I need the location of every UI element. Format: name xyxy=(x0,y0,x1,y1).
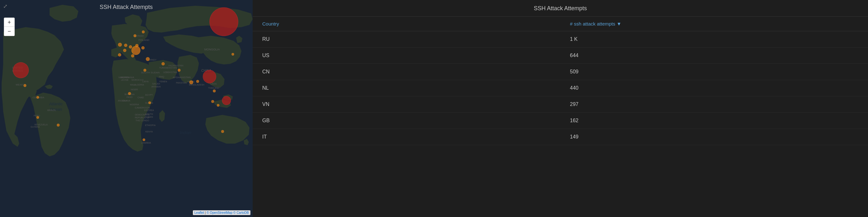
marker-china xyxy=(203,70,216,83)
map-title: SSH Attack Attempts xyxy=(99,4,153,10)
expand-icon[interactable]: ⤢ xyxy=(3,3,7,9)
cell-country: RU xyxy=(253,31,560,47)
marker-laos xyxy=(213,90,216,93)
svg-text:VENEZUELA: VENEZUELA xyxy=(34,123,48,126)
cell-attacks: 162 xyxy=(560,113,868,129)
table-row: NL440 xyxy=(253,80,868,96)
svg-text:KENYA: KENYA xyxy=(145,131,153,133)
cell-attacks: 149 xyxy=(560,129,868,145)
map-background: Atlantic Ocean Indian UNITED STATES MEXI… xyxy=(0,0,252,217)
marker-nigeria xyxy=(128,92,131,95)
svg-text:ERITREA: ERITREA xyxy=(144,109,154,111)
svg-text:YEMEN: YEMEN xyxy=(159,80,167,83)
marker-uk xyxy=(118,43,122,46)
cell-attacks: 297 xyxy=(560,96,868,113)
table-row: VN297 xyxy=(253,96,868,113)
table-title: SSH Attack Attempts xyxy=(253,0,868,16)
cell-attacks: 1 K xyxy=(560,31,868,47)
marker-ukraine xyxy=(142,46,145,49)
marker-india xyxy=(189,80,193,84)
svg-text:SUDAN: SUDAN xyxy=(145,116,153,118)
table-row: US644 xyxy=(253,47,868,64)
cell-attacks: 644 xyxy=(560,47,868,64)
marker-bangladesh xyxy=(196,80,199,83)
svg-text:ZAMBIA: ZAMBIA xyxy=(142,141,151,144)
marker-turkey xyxy=(146,57,150,61)
marker-mexico xyxy=(24,84,27,87)
svg-text:GUYANA: GUYANA xyxy=(30,126,40,128)
svg-text:Atlantic: Atlantic xyxy=(49,102,63,106)
marker-italy xyxy=(131,54,134,58)
marker-germany xyxy=(129,45,132,48)
marker-europe-center xyxy=(131,46,141,55)
table-row: CN509 xyxy=(253,64,868,80)
marker-vietnam xyxy=(222,96,231,105)
svg-text:SOUTH: SOUTH xyxy=(145,113,153,115)
zoom-in-button[interactable]: + xyxy=(4,18,14,27)
cell-attacks: 440 xyxy=(560,80,868,96)
marker-brazil xyxy=(57,124,60,127)
cell-country: NL xyxy=(253,80,560,96)
osm-link[interactable]: © OpenStreetMap xyxy=(207,211,232,214)
marker-netherlands xyxy=(124,44,127,47)
svg-text:ANGOLA: ANGOLA xyxy=(118,100,127,102)
marker-sweden xyxy=(134,34,136,37)
table-header-row: Country # ssh attack attempts ▼ xyxy=(253,16,868,31)
svg-text:THE CONGO: THE CONGO xyxy=(135,119,149,121)
column-header-attacks[interactable]: # ssh attack attempts ▼ xyxy=(560,16,868,31)
cell-country: CN xyxy=(253,64,560,80)
svg-text:THAILAND: THAILAND xyxy=(208,87,219,89)
marker-iran xyxy=(161,62,165,65)
map-panel: ⤢ SSH Attack Attempts + − xyxy=(0,0,253,217)
svg-text:ETHIOPIA: ETHIOPIA xyxy=(145,124,156,126)
marker-russia-large xyxy=(210,7,238,36)
svg-text:LEONE: LEONE xyxy=(121,79,129,81)
table-row: RU1 K xyxy=(253,31,868,47)
svg-text:MOROCCO: MOROCCO xyxy=(131,79,144,81)
zoom-out-button[interactable]: − xyxy=(4,27,14,36)
attribution: Leaflet | © OpenStreetMap © CartoDB xyxy=(193,210,250,215)
column-header-country[interactable]: Country xyxy=(253,16,560,31)
marker-egypt xyxy=(144,69,147,72)
leaflet-link[interactable]: Leaflet xyxy=(194,211,204,214)
cell-country: IT xyxy=(253,129,560,145)
cell-country: GB xyxy=(253,113,560,129)
svg-text:SIERRA: SIERRA xyxy=(121,76,129,78)
marker-south-africa xyxy=(143,139,145,141)
svg-text:SAUDI: SAUDI xyxy=(152,82,160,85)
table-row: GB162 xyxy=(253,113,868,129)
marker-australia xyxy=(221,130,224,133)
marker-france xyxy=(123,49,126,52)
svg-text:CAMEROON: CAMEROON xyxy=(135,106,150,109)
svg-text:ARABIA: ARABIA xyxy=(151,85,161,88)
zoom-controls: + − xyxy=(4,17,15,36)
svg-text:AFGHANISTAN: AFGHANISTAN xyxy=(173,76,191,79)
table-row: IT149 xyxy=(253,129,868,145)
svg-text:KAZAKHSTAN: KAZAKHSTAN xyxy=(168,65,183,67)
svg-text:FASO: FASO xyxy=(127,96,133,98)
svg-text:SOUTH SUDAN: SOUTH SUDAN xyxy=(141,71,160,74)
svg-text:IRAQ: IRAQ xyxy=(159,76,164,78)
marker-finland xyxy=(142,31,145,34)
marker-malaysia xyxy=(211,100,214,103)
marker-peru xyxy=(36,116,39,119)
cell-country: US xyxy=(253,47,560,64)
marker-poland xyxy=(135,44,138,47)
marker-colombia xyxy=(36,96,39,99)
svg-text:EGYPT: EGYPT xyxy=(145,94,153,96)
carto-link[interactable]: © CartoDB xyxy=(234,211,249,214)
cell-attacks: 509 xyxy=(560,64,868,80)
marker-kenya xyxy=(148,102,151,104)
cell-country: VN xyxy=(253,96,560,113)
svg-text:FINLAND: FINLAND xyxy=(138,39,149,41)
marker-pakistan xyxy=(178,69,181,72)
marker-singapore xyxy=(217,104,219,107)
svg-text:BRAZIL: BRAZIL xyxy=(47,109,57,112)
svg-text:Indian: Indian xyxy=(180,130,191,135)
svg-text:LIBYA: LIBYA xyxy=(142,80,149,83)
table-panel: SSH Attack Attempts Country # ssh attack… xyxy=(253,0,868,217)
marker-korea xyxy=(231,53,234,56)
marker-spain xyxy=(118,53,121,57)
svg-text:LAOS: LAOS xyxy=(211,83,217,85)
svg-text:MONGOLIA: MONGOLIA xyxy=(205,48,220,51)
